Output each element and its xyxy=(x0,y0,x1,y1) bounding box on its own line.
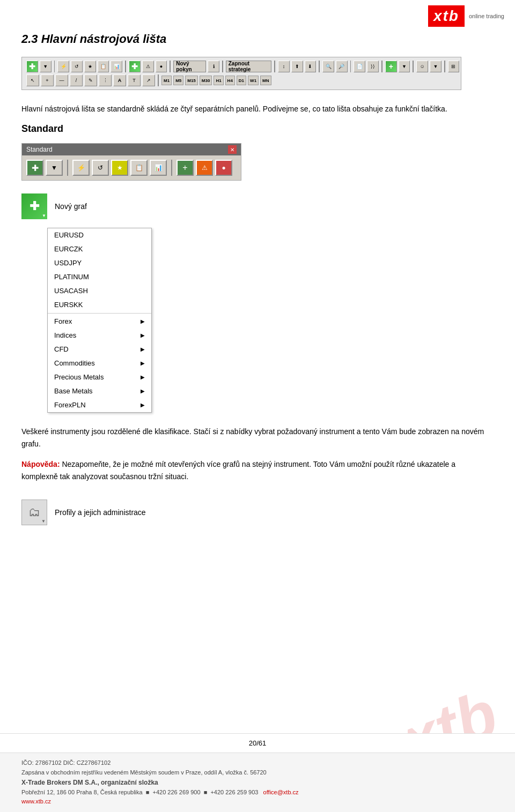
btn-22[interactable]: + xyxy=(385,61,397,72)
toolbar-rows: ✚ ▼ ⚡ ↺ ★ 📋 📊 ✚ ⚠ ● Nový pokyn ℹ Zapnout… xyxy=(26,60,461,87)
nov-graf-plus: ✚ xyxy=(30,199,39,213)
st-btn-add[interactable]: + xyxy=(176,160,194,176)
menu-item-forexpln[interactable]: ForexPLN ▶ xyxy=(48,398,151,412)
standard-heading: Standard xyxy=(21,123,494,135)
st-btn-doc[interactable]: 📋 xyxy=(130,160,148,176)
btn-24[interactable]: ☺ xyxy=(416,61,428,72)
menu-item-eurskk[interactable]: EURSKK xyxy=(48,298,151,312)
sep-8 xyxy=(381,61,382,72)
profily-icon[interactable]: 🗂 xyxy=(21,500,47,525)
menu-item-usdjpy[interactable]: USDJPY xyxy=(48,256,151,270)
btn-12[interactable]: ℹ xyxy=(208,61,219,72)
toolbar-screenshot: ✚ ▼ ⚡ ↺ ★ 📋 📊 ✚ ⚠ ● Nový pokyn ℹ Zapnout… xyxy=(21,57,461,90)
nov-graf-icon[interactable]: ✚ xyxy=(21,193,47,219)
m5-label[interactable]: M5 xyxy=(173,76,183,85)
menu-item-eurusd[interactable]: EURUSD xyxy=(48,228,151,242)
btn-5[interactable]: ★ xyxy=(84,61,96,72)
btn-plus[interactable]: + xyxy=(41,75,54,86)
dropdown-menu: EURUSD EURCZK USDJPY PLATINUM USACASH EU… xyxy=(47,228,152,413)
sep-10 xyxy=(444,61,445,72)
btn-line[interactable]: — xyxy=(55,75,68,86)
btn-8[interactable]: ✚ xyxy=(129,61,141,72)
menu-item-base-metals[interactable]: Base Metals ▶ xyxy=(48,384,151,398)
m1-label[interactable]: M1 xyxy=(161,76,172,85)
btn-cursor[interactable]: ↖ xyxy=(26,75,39,86)
zapnout-btn[interactable]: Zapnout strategie xyxy=(226,61,271,72)
profily-doc-icon: 🗂 xyxy=(28,505,40,519)
section-title: 2.3 Hlavní nástrojová lišta xyxy=(21,32,494,46)
h4-label[interactable]: H4 xyxy=(225,76,235,85)
btn-pen[interactable]: ✎ xyxy=(84,75,97,86)
btn-25[interactable]: ▼ xyxy=(430,61,442,72)
btn-17[interactable]: ⬇ xyxy=(305,61,317,72)
btn-4[interactable]: ↺ xyxy=(71,61,83,72)
btn-grid[interactable]: ⋮ xyxy=(99,75,112,86)
btn-20[interactable]: 📄 xyxy=(354,61,365,72)
menu-item-precious-metals[interactable]: Precious Metals ▶ xyxy=(48,370,151,384)
standard-toolbar-title-label: Standard xyxy=(26,146,53,153)
st-btn-chart[interactable]: 📊 xyxy=(150,160,167,176)
footer-info: IČO: 27867102 DIČ: CZ27867102 Zapsána v … xyxy=(0,753,515,812)
main-content: 2.3 Hlavní nástrojová lišta ✚ ▼ ⚡ ↺ ★ 📋 … xyxy=(0,0,515,555)
btn-15[interactable]: ↕ xyxy=(278,61,290,72)
menu-item-commodities[interactable]: Commodities ▶ xyxy=(48,356,151,370)
new-chart-btn[interactable]: ✚ xyxy=(26,61,38,72)
btn-t[interactable]: T xyxy=(128,75,141,86)
btn-23[interactable]: ▼ xyxy=(399,61,410,72)
sep-4 xyxy=(222,61,223,72)
st-sep-1 xyxy=(67,160,68,176)
st-btn-drop[interactable]: ▼ xyxy=(46,160,63,176)
st-btn-flash[interactable]: ⚡ xyxy=(72,160,90,176)
menu-separator xyxy=(48,313,151,314)
menu-item-indices[interactable]: Indices ▶ xyxy=(48,329,151,342)
m30-label[interactable]: M30 xyxy=(200,76,212,85)
st-btn-star[interactable]: ★ xyxy=(111,160,128,176)
page-number: 20/61 xyxy=(0,733,515,753)
new-order-btn[interactable]: Nový pokyn xyxy=(173,61,206,72)
sep-3 xyxy=(170,61,171,72)
commodities-arrow-icon: ▶ xyxy=(141,360,145,366)
btn-9[interactable]: ⚠ xyxy=(142,61,154,72)
st-btn-new[interactable]: ✚ xyxy=(26,160,43,176)
mn-label[interactable]: MN xyxy=(260,76,271,85)
standard-toolbar-body: ✚ ▼ ⚡ ↺ ★ 📋 📊 + ⚠ ● xyxy=(22,155,241,180)
btn-16[interactable]: ⬆ xyxy=(291,61,303,72)
btn-21[interactable]: ⟩⟩ xyxy=(367,61,379,72)
footer-email[interactable]: office@xtb.cz xyxy=(263,789,299,795)
sep-6 xyxy=(319,61,320,72)
btn-27[interactable]: ▼ xyxy=(461,61,461,72)
footer-website-link[interactable]: www.xtb.cz xyxy=(21,798,51,804)
st-btn-refresh[interactable]: ↺ xyxy=(92,160,109,176)
btn-slash[interactable]: / xyxy=(70,75,83,86)
h1-label[interactable]: H1 xyxy=(214,76,223,85)
sep-9 xyxy=(413,61,414,72)
btn-7[interactable]: 📊 xyxy=(111,61,122,72)
m15-label[interactable]: M15 xyxy=(185,76,198,85)
profily-row: 🗂 Profily a jejich administrace xyxy=(21,500,494,525)
w1-label[interactable]: W1 xyxy=(248,76,259,85)
close-button[interactable]: ✕ xyxy=(228,145,237,154)
btn-6[interactable]: 📋 xyxy=(98,61,109,72)
menu-item-eurczk[interactable]: EURCZK xyxy=(48,242,151,256)
btn-19[interactable]: 🔎 xyxy=(336,61,348,72)
btn-3[interactable]: ⚡ xyxy=(57,61,69,72)
btn-a[interactable]: A xyxy=(113,75,126,86)
btn-26[interactable]: ⊞ xyxy=(448,61,460,72)
st-btn-stop[interactable]: ● xyxy=(215,160,232,176)
btn-18[interactable]: 🔍 xyxy=(322,61,334,72)
menu-item-platinum[interactable]: PLATINUM xyxy=(48,270,151,284)
sep-1 xyxy=(54,61,55,72)
btn-arrow2[interactable]: ↗ xyxy=(142,75,155,86)
logo-area: xtb online trading xyxy=(428,5,504,27)
base-metals-arrow-icon: ▶ xyxy=(141,388,145,394)
btn-10[interactable]: ● xyxy=(156,61,167,72)
menu-item-forex[interactable]: Forex ▶ xyxy=(48,315,151,329)
btn-2[interactable]: ▼ xyxy=(40,61,52,72)
footer-registry: Zapsána v obchodním rejstříku vedeném Mě… xyxy=(21,768,494,778)
footer-website: www.xtb.cz xyxy=(21,797,494,807)
menu-item-cfd[interactable]: CFD ▶ xyxy=(48,342,151,356)
st-btn-warn[interactable]: ⚠ xyxy=(196,160,213,176)
d1-label[interactable]: D1 xyxy=(237,76,246,85)
sep-2 xyxy=(125,61,126,72)
menu-item-usacash[interactable]: USACASH xyxy=(48,284,151,298)
